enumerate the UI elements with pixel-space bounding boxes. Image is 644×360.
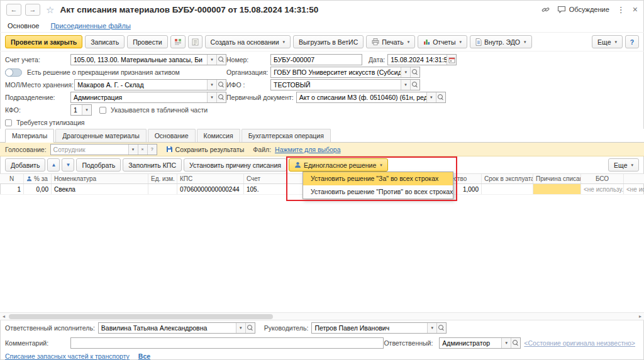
- more-button-top[interactable]: Еще▾: [592, 35, 623, 48]
- voting-employee-field[interactable]: Сотрудник ▾ × ?: [50, 144, 157, 155]
- cell-service-life[interactable]: [482, 184, 533, 194]
- manager-select-button[interactable]: ▾: [427, 323, 436, 333]
- kfo-select-button[interactable]: ▾: [82, 105, 91, 115]
- date-calendar-button[interactable]: [447, 55, 456, 65]
- cell-percent-for[interactable]: 0,00: [24, 184, 52, 194]
- cell-unit[interactable]: [148, 184, 177, 194]
- cell-kps[interactable]: 07060000000000244: [177, 184, 244, 194]
- primary-document-select-button[interactable]: ▾: [426, 92, 436, 102]
- ifo-open-button[interactable]: [410, 80, 419, 90]
- col-nomenclature[interactable]: Номенклатура: [52, 174, 148, 183]
- cell-bso[interactable]: <не использу...: [581, 184, 624, 194]
- menu-item-set-vote-for[interactable]: Установить решение "За" во всех строках: [303, 172, 453, 185]
- primary-document-open-button[interactable]: [436, 92, 445, 102]
- comment-field[interactable]: [70, 337, 384, 349]
- unanimous-decision-button[interactable]: Единогласное решение ▾: [289, 158, 388, 172]
- cell-writeoff-reason-active[interactable]: [533, 184, 581, 194]
- department-open-button[interactable]: [216, 92, 226, 102]
- cell-extra[interactable]: <не испол...: [624, 184, 644, 194]
- primary-document-field[interactable]: Акт о списании МЗ (ф. 0510460) (61н, ред…: [296, 92, 446, 103]
- col-kps[interactable]: КПС: [177, 174, 244, 183]
- executor-select-button[interactable]: ▾: [236, 323, 245, 333]
- reports-button[interactable]: Отчеты▾: [418, 35, 467, 48]
- executor-field[interactable]: Вавилина Татьяна Александровна ▾: [98, 322, 255, 334]
- move-up-button[interactable]: ▲: [47, 158, 60, 172]
- tab-precious-materials[interactable]: Драгоценные материалы: [55, 129, 146, 142]
- account-select-button[interactable]: ▾: [207, 55, 216, 65]
- postings-dtkt-button[interactable]: [170, 35, 186, 48]
- ifo-select-button[interactable]: ▾: [401, 80, 410, 90]
- col-extra[interactable]: [624, 174, 644, 183]
- add-row-button[interactable]: Добавить: [5, 158, 45, 172]
- back-button[interactable]: ←: [6, 4, 21, 16]
- fill-kps-button[interactable]: Заполнить КПС: [123, 158, 182, 172]
- scroll-right-icon[interactable]: ▸: [636, 314, 644, 319]
- tab-commission[interactable]: Комиссия: [197, 129, 240, 142]
- responsible-field[interactable]: Администратор ▾: [439, 337, 521, 349]
- voting-select-button[interactable]: ▾: [128, 145, 138, 155]
- organization-field[interactable]: ГОБУ ВПО Университет искусств (Субсидия)…: [270, 67, 420, 78]
- tab-attached-files[interactable]: Присоединенные файлы: [50, 22, 130, 30]
- number-field[interactable]: БУБУ-000007: [270, 54, 362, 65]
- post-and-close-button[interactable]: Провести и закрыть: [5, 35, 82, 48]
- scrollbar-track[interactable]: [8, 314, 636, 319]
- col-service-life[interactable]: Срок в эксплуатации: [482, 174, 533, 183]
- manager-open-button[interactable]: [436, 323, 446, 333]
- related-document-link[interactable]: Списание запасных частей к транспорту: [5, 352, 130, 360]
- forward-button[interactable]: →: [25, 4, 40, 16]
- tab-main[interactable]: Основное: [8, 22, 39, 30]
- edo-button[interactable]: Внутр. ЭДО▾: [470, 35, 532, 48]
- voting-help-button[interactable]: ?: [147, 145, 157, 155]
- tab-materials[interactable]: Материалы: [5, 129, 54, 143]
- upload-vetis-button[interactable]: Выгрузить в ВетИС: [293, 35, 364, 48]
- col-percent-for[interactable]: % за: [24, 174, 52, 183]
- account-field[interactable]: 105.00, 113.00. Материальные запасы, Би …: [70, 54, 226, 65]
- mol-select-button[interactable]: ▾: [207, 80, 216, 90]
- save-results-button[interactable]: Сохранить результаты: [166, 146, 245, 153]
- create-on-basis-button[interactable]: Создать на основании▾: [205, 35, 291, 48]
- favorite-star-icon[interactable]: ☆: [46, 5, 54, 14]
- scrollbar-thumb[interactable]: [9, 314, 273, 319]
- write-button[interactable]: Записать: [85, 35, 125, 48]
- cell-nomenclature[interactable]: Свекла: [52, 184, 148, 194]
- responsible-open-button[interactable]: [511, 338, 520, 348]
- date-field[interactable]: 15.08.2024 14:31:50: [387, 54, 457, 65]
- tab-accounting-operation[interactable]: Бухгалтерская операция: [242, 129, 331, 142]
- voting-clear-button[interactable]: ×: [138, 145, 147, 155]
- all-link[interactable]: Все: [138, 352, 150, 360]
- kfo-field[interactable]: 1 ▾: [70, 104, 92, 116]
- menu-item-set-vote-against[interactable]: Установить решение "Против" во всех стро…: [303, 185, 453, 199]
- col-unit[interactable]: Ед. изм.: [148, 174, 177, 183]
- help-button[interactable]: ?: [625, 35, 639, 48]
- kfo-in-table-checkbox[interactable]: [99, 107, 106, 114]
- horizontal-scrollbar[interactable]: ◂ ▸: [0, 313, 644, 320]
- derecognition-toggle[interactable]: [5, 68, 22, 77]
- mol-open-button[interactable]: [216, 80, 226, 90]
- scroll-left-icon[interactable]: ◂: [0, 314, 8, 319]
- col-bso[interactable]: БСО: [581, 174, 624, 183]
- department-select-button[interactable]: ▾: [207, 92, 216, 102]
- more-button-table[interactable]: Еще▾: [608, 158, 639, 172]
- print-button[interactable]: Печать▾: [366, 35, 415, 48]
- responsible-select-button[interactable]: ▾: [501, 338, 511, 348]
- original-state-link[interactable]: <Состояние оригинала неизвестно>: [524, 339, 635, 347]
- department-field[interactable]: Администрация ▾: [70, 92, 226, 103]
- close-icon[interactable]: ×: [633, 4, 638, 14]
- file-choose-link[interactable]: Нажмите для выбора: [275, 146, 341, 153]
- move-down-button[interactable]: ▼: [62, 158, 74, 172]
- cell-n[interactable]: 1: [0, 184, 24, 194]
- document-register-button[interactable]: [188, 35, 203, 48]
- mol-field[interactable]: Макаров А. Г. - Склад ▾: [74, 79, 226, 90]
- ifo-field[interactable]: ТЕСТОВЫЙ ▾: [270, 79, 420, 90]
- manager-field[interactable]: Петров Павел Иванович ▾: [311, 322, 447, 334]
- col-writeoff-reason[interactable]: Причина списания: [533, 174, 581, 183]
- set-writeoff-reason-button[interactable]: Установить причину списания: [184, 158, 287, 172]
- post-button[interactable]: Провести: [127, 35, 167, 48]
- pick-button[interactable]: Подобрать: [76, 158, 121, 172]
- link-icon[interactable]: [541, 6, 550, 14]
- col-n[interactable]: N: [0, 174, 24, 183]
- tab-basis[interactable]: Основание: [148, 129, 196, 142]
- executor-open-button[interactable]: [245, 323, 255, 333]
- window-menu-icon[interactable]: ⋮: [617, 5, 625, 14]
- account-open-button[interactable]: [216, 55, 226, 65]
